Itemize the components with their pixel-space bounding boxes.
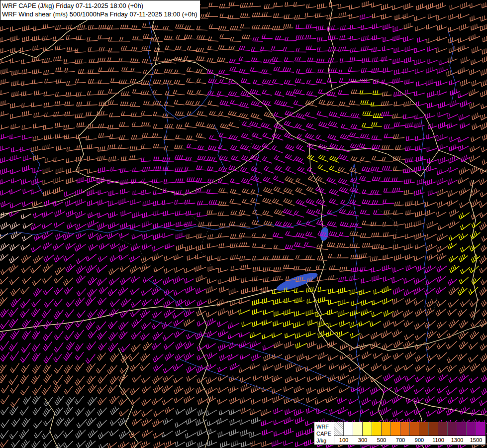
legend-title: WRF CAPE J/kg xyxy=(314,422,334,445)
legend-title-line-variable: CAPE xyxy=(316,430,331,437)
legend-tick-row: 100300500700900110013001500 xyxy=(334,436,486,445)
legend-title-line-model: WRF xyxy=(316,423,331,430)
legend-color-box xyxy=(476,422,486,436)
legend-color-box xyxy=(457,422,467,436)
legend-tick-label: 700 xyxy=(391,436,410,445)
legend-color-box xyxy=(438,422,448,436)
legend-color-box xyxy=(467,422,476,436)
legend-title-line-unit: J/kg xyxy=(316,437,331,444)
legend-tick-label: 1300 xyxy=(448,436,467,445)
wind-barb-map-canvas xyxy=(0,0,487,448)
legend-tick-label: 1500 xyxy=(467,436,486,445)
legend-color-box xyxy=(363,422,372,436)
legend-scale: 100300500700900110013001500 xyxy=(334,422,486,445)
map-title-box: WRF CAPE (J/kg) Friday 07-11-2025 18:00 … xyxy=(0,0,200,20)
legend-color-boxes xyxy=(334,422,486,436)
windshear-title-line: WRF Wind shear (m/s) 500/1000hPa Friday … xyxy=(2,10,197,18)
legend-color-box xyxy=(448,422,457,436)
legend-color-box xyxy=(410,422,419,436)
legend-tick-label: 500 xyxy=(372,436,391,445)
legend-color-box xyxy=(344,422,353,436)
cape-title-line: WRF CAPE (J/kg) Friday 07-11-2025 18:00 … xyxy=(2,1,197,10)
legend-tick-label: 300 xyxy=(353,436,372,445)
legend-tick-label: 1100 xyxy=(429,436,448,445)
legend-color-box xyxy=(382,422,391,436)
legend-color-box xyxy=(429,422,438,436)
legend-color-box xyxy=(353,422,363,436)
legend-color-box xyxy=(334,422,344,436)
legend-color-box xyxy=(419,422,429,436)
cape-legend: WRF CAPE J/kg 10030050070090011001300150… xyxy=(314,422,486,445)
legend-tick-label: 900 xyxy=(410,436,429,445)
legend-color-box xyxy=(391,422,400,436)
legend-tick-label: 100 xyxy=(334,436,353,445)
legend-color-box xyxy=(400,422,410,436)
wrf-map-stage: WRF CAPE (J/kg) Friday 07-11-2025 18:00 … xyxy=(0,0,487,448)
legend-color-box xyxy=(372,422,382,436)
